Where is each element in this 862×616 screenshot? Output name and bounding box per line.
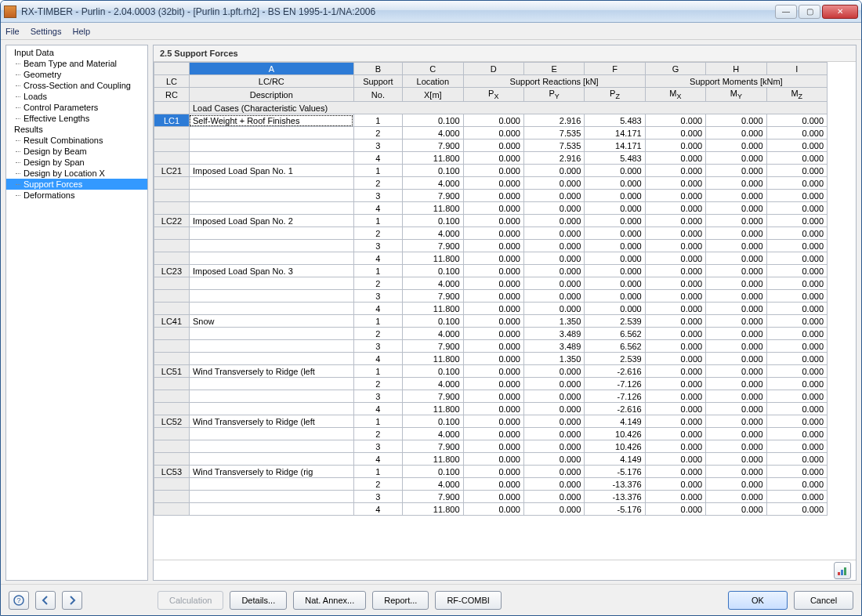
data-cell[interactable]: 0.000 — [645, 453, 705, 466]
table-row[interactable]: 24.0000.0003.4896.5620.0000.0000.000 — [154, 328, 828, 340]
data-cell[interactable]: 0.000 — [706, 114, 766, 127]
data-cell[interactable]: 0.000 — [645, 340, 705, 353]
data-cell[interactable]: 7.900 — [403, 440, 463, 453]
data-cell[interactable]: 0.000 — [523, 240, 584, 252]
data-cell[interactable]: 0.000 — [523, 165, 584, 177]
description-cell[interactable]: Imposed Load Span No. 1 — [189, 165, 353, 177]
data-cell[interactable]: 0.000 — [463, 378, 523, 390]
data-cell[interactable]: 1 — [353, 415, 402, 428]
report-button[interactable]: Report... — [372, 591, 429, 610]
data-cell[interactable]: 14.171 — [585, 140, 645, 152]
table-row[interactable]: LC22Imposed Load Span No. 210.1000.0000.… — [154, 215, 828, 227]
lc-cell[interactable] — [154, 290, 190, 303]
data-cell[interactable]: 2 — [353, 478, 402, 491]
data-cell[interactable]: 1.350 — [523, 315, 584, 328]
data-cell[interactable]: 0.000 — [645, 378, 705, 390]
data-cell[interactable]: 3.489 — [523, 328, 584, 340]
data-cell[interactable]: 0.000 — [463, 415, 523, 428]
data-cell[interactable]: 0.000 — [645, 315, 705, 328]
lc-cell[interactable]: LC51 — [154, 365, 190, 378]
tree-support-forces[interactable]: Support Forces — [6, 179, 147, 190]
lc-cell[interactable] — [154, 328, 190, 340]
data-cell[interactable]: 0.000 — [766, 491, 827, 503]
data-cell[interactable]: 4 — [353, 403, 402, 415]
description-cell[interactable] — [189, 277, 353, 290]
description-cell[interactable] — [189, 478, 353, 491]
description-cell[interactable]: Wind Transversely to Ridge (left — [189, 415, 353, 428]
data-cell[interactable]: 0.000 — [706, 202, 766, 215]
data-cell[interactable]: 3 — [353, 190, 402, 202]
data-cell[interactable]: 0.000 — [766, 340, 827, 353]
data-cell[interactable]: 2.916 — [523, 114, 584, 127]
lc-cell[interactable] — [154, 152, 190, 165]
data-cell[interactable]: 0.000 — [706, 440, 766, 453]
data-cell[interactable]: 0.000 — [766, 453, 827, 466]
data-cell[interactable]: 0.000 — [706, 140, 766, 152]
tree-results[interactable]: Results — [6, 124, 147, 135]
data-cell[interactable]: 0.000 — [463, 215, 523, 227]
minimize-button[interactable]: — — [775, 5, 797, 19]
data-cell[interactable]: 5.483 — [585, 114, 645, 127]
data-cell[interactable]: 0.000 — [706, 466, 766, 478]
description-cell[interactable] — [189, 378, 353, 390]
data-cell[interactable]: 0.000 — [463, 503, 523, 516]
data-cell[interactable]: 0.000 — [766, 277, 827, 290]
data-cell[interactable]: 0.000 — [645, 328, 705, 340]
description-cell[interactable] — [189, 140, 353, 152]
data-cell[interactable]: 3 — [353, 491, 402, 503]
table-row[interactable]: 37.9000.0000.000-13.3760.0000.0000.000 — [154, 491, 828, 503]
col-G[interactable]: G — [645, 63, 705, 75]
data-cell[interactable]: 0.000 — [523, 453, 584, 466]
data-cell[interactable]: 0.000 — [645, 215, 705, 227]
data-cell[interactable]: 0.000 — [523, 215, 584, 227]
data-cell[interactable]: 0.000 — [645, 440, 705, 453]
description-cell[interactable]: Imposed Load Span No. 2 — [189, 215, 353, 227]
data-cell[interactable]: 0.000 — [523, 190, 584, 202]
data-cell[interactable]: 7.535 — [523, 140, 584, 152]
data-cell[interactable]: 0.000 — [523, 491, 584, 503]
data-cell[interactable]: 0.000 — [766, 365, 827, 378]
description-cell[interactable] — [189, 353, 353, 365]
table-row[interactable]: 24.0000.0000.00010.4260.0000.0000.000 — [154, 428, 828, 440]
data-cell[interactable]: 0.000 — [585, 165, 645, 177]
cancel-button[interactable]: Cancel — [794, 591, 853, 610]
data-cell[interactable]: 0.100 — [403, 365, 463, 378]
data-cell[interactable]: 2 — [353, 177, 402, 190]
lc-cell[interactable] — [154, 127, 190, 140]
data-cell[interactable]: 0.000 — [706, 303, 766, 315]
data-cell[interactable]: 10.426 — [585, 440, 645, 453]
col-D[interactable]: D — [463, 63, 523, 75]
data-cell[interactable]: 0.000 — [706, 152, 766, 165]
data-cell[interactable]: 1.350 — [523, 353, 584, 365]
description-cell[interactable] — [189, 127, 353, 140]
data-cell[interactable]: 11.800 — [403, 152, 463, 165]
menu-file[interactable]: File — [5, 27, 20, 36]
next-button[interactable] — [62, 591, 82, 610]
data-cell[interactable]: 7.900 — [403, 190, 463, 202]
data-cell[interactable]: 6.562 — [585, 328, 645, 340]
col-E[interactable]: E — [523, 63, 584, 75]
table-row[interactable]: 24.0000.0000.0000.0000.0000.0000.000 — [154, 227, 828, 240]
data-cell[interactable]: 0.000 — [706, 177, 766, 190]
data-cell[interactable]: 0.000 — [463, 365, 523, 378]
lc-cell[interactable]: LC23 — [154, 265, 190, 277]
data-cell[interactable]: 11.800 — [403, 353, 463, 365]
table-row[interactable]: 37.9000.0000.000-7.1260.0000.0000.000 — [154, 390, 828, 403]
data-cell[interactable]: 0.000 — [463, 240, 523, 252]
data-cell[interactable]: 0.000 — [706, 415, 766, 428]
data-cell[interactable]: 0.000 — [585, 265, 645, 277]
data-cell[interactable]: 0.000 — [585, 215, 645, 227]
lc-cell[interactable] — [154, 491, 190, 503]
data-cell[interactable]: 0.000 — [463, 290, 523, 303]
data-cell[interactable]: 3 — [353, 340, 402, 353]
titlebar[interactable]: RX-TIMBER - Purlin - 2.04.0003 (32bit) -… — [1, 1, 861, 23]
data-cell[interactable]: 0.100 — [403, 165, 463, 177]
table-row[interactable]: LC53Wind Transversely to Ridge (rig10.10… — [154, 466, 828, 478]
close-button[interactable]: ✕ — [822, 5, 858, 19]
lc-cell[interactable] — [154, 227, 190, 240]
data-cell[interactable]: 11.800 — [403, 303, 463, 315]
help-button[interactable]: ? — [9, 591, 29, 610]
table-row[interactable]: LC23Imposed Load Span No. 310.1000.0000.… — [154, 265, 828, 277]
data-cell[interactable]: 0.000 — [645, 390, 705, 403]
description-cell[interactable] — [189, 177, 353, 190]
